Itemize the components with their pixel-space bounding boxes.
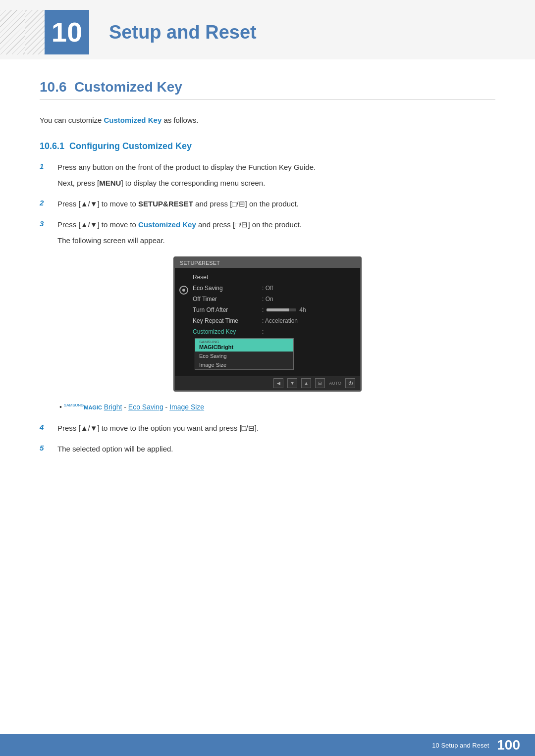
step-1-text: Press any button on the front of the pro… — [57, 163, 316, 171]
options-bullet-item: SAMSUNGMAGIC Bright - Eco Saving - Image… — [59, 402, 495, 412]
magic-bright-label: MAGICBright — [199, 344, 233, 350]
monitor-screenshot: SETUP&RESET Reset — [173, 256, 362, 392]
btn-down: ▼ — [287, 378, 297, 388]
menu-label-key-repeat: Key Repeat Time — [193, 317, 262, 324]
page-footer: 10 Setup and Reset 100 — [0, 734, 535, 756]
dropdown-item-image-size: Image Size — [195, 360, 293, 369]
step-2-num: 2 — [40, 199, 52, 207]
samsung-label: SAMSUNG — [199, 340, 289, 344]
footer-label: 10 Setup and Reset — [432, 742, 489, 749]
magic-prefix: MAGIC — [84, 404, 102, 410]
menu-label-reset: Reset — [193, 274, 262, 281]
monitor-screen: SETUP&RESET Reset — [173, 256, 362, 392]
section-title: Customized Key — [74, 79, 182, 95]
footer-page-number: 100 — [497, 737, 520, 753]
btn-auto-label: AUTO — [329, 381, 341, 386]
step-3-num: 3 — [40, 219, 52, 228]
dropdown-item-magic-bright: SAMSUNG MAGICBright — [195, 339, 293, 352]
link-bright[interactable]: Bright — [104, 403, 122, 411]
menu-value-off-timer: : On — [262, 296, 273, 302]
step-4-content: Press [▲/▼] to move to the option you wa… — [57, 422, 495, 434]
step-3-bold: Customized Key — [138, 220, 196, 229]
monitor-titlebar: SETUP&RESET — [175, 258, 360, 268]
intro-bold-term: Customized Key — [104, 116, 162, 124]
options-list: SAMSUNGMAGIC Bright - Eco Saving - Image… — [40, 402, 495, 412]
section-number: 10.6 — [40, 79, 67, 95]
step-2: 2 Press [▲/▼] to move to SETUP&RESET and… — [40, 198, 495, 210]
menu-value-key-repeat: : Acceleration — [262, 317, 298, 324]
main-content: 10.6 Customized Key You can customize Cu… — [0, 59, 535, 504]
menu-row-customized-key: Customized Key : — [193, 326, 360, 337]
step-1-num: 1 — [40, 162, 52, 170]
menu-label-turn-off: Turn Off After — [193, 306, 262, 313]
menu-row-eco-saving: Eco Saving : Off — [193, 283, 360, 294]
step-4: 4 Press [▲/▼] to move to the option you … — [40, 422, 495, 434]
dropdown-item-eco-saving: Eco Saving — [195, 352, 293, 360]
diagonal-decoration — [0, 10, 25, 54]
subsection-heading: 10.6.1 Configuring Customized Key — [40, 141, 495, 151]
subsection-title: Configuring Customized Key — [69, 141, 192, 151]
link-eco-saving[interactable]: Eco Saving — [128, 403, 163, 411]
menu-label-eco-saving: Eco Saving — [193, 285, 262, 292]
menu-items-list: Reset Eco Saving : Off Off Timer : On — [193, 272, 360, 372]
step-3: 3 Press [▲/▼] to move to Customized Key … — [40, 219, 495, 247]
step-2-bold: SETUP&RESET — [138, 200, 193, 208]
menu-value-turn-off: : 4h — [262, 306, 306, 313]
menu-value-customized-key: : — [262, 328, 264, 335]
menu-row-turn-off: Turn Off After : 4h — [193, 304, 360, 315]
step-1-sub: Next, press [MENU] to display the corres… — [57, 177, 495, 189]
menu-value-eco-saving: : Off — [262, 285, 273, 292]
menu-label-customized-key: Customized Key — [193, 328, 262, 335]
menu-row-off-timer: Off Timer : On — [193, 294, 360, 304]
step-5-num: 5 — [40, 444, 52, 452]
chapter-number-block: 10 — [45, 10, 89, 54]
progress-fill — [267, 308, 289, 311]
intro-paragraph: You can customize Customized Key as foll… — [40, 114, 495, 126]
link-image-size[interactable]: Image Size — [169, 403, 204, 411]
step-5: 5 The selected option will be applied. — [40, 443, 495, 455]
menu-label-off-timer: Off Timer — [193, 296, 262, 302]
dropdown-popup: SAMSUNG MAGICBright Eco Saving Image Siz… — [195, 338, 294, 370]
chapter-title: Setup and Reset — [109, 22, 257, 43]
monitor-title: SETUP&RESET — [180, 260, 220, 266]
menu-row-key-repeat: Key Repeat Time : Acceleration — [193, 315, 360, 326]
btn-enter: ⊟ — [315, 378, 325, 388]
btn-power: ⏻ — [345, 378, 355, 388]
intro-text: You can customize — [40, 116, 102, 124]
chapter-number: 10 — [52, 18, 82, 46]
samsung-magic-prefix: SAMSUNGMAGIC — [64, 403, 104, 411]
menu-key: MENU — [99, 179, 121, 187]
subsection-number: 10.6.1 — [40, 141, 64, 151]
settings-gear-icon — [179, 286, 188, 295]
step-5-content: The selected option will be applied. — [57, 443, 495, 455]
steps-list: 1 Press any button on the front of the p… — [40, 161, 495, 247]
step-3-sub: The following screen will appear. — [57, 235, 495, 247]
step-5-text: The selected option will be applied. — [57, 445, 173, 453]
btn-up: ▲ — [301, 378, 311, 388]
step-3-content: Press [▲/▼] to move to Customized Key an… — [57, 219, 495, 247]
step-4-num: 4 — [40, 423, 52, 431]
btn-left: ◀ — [273, 378, 283, 388]
step-1-content: Press any button on the front of the pro… — [57, 161, 495, 189]
samsung-super: SAMSUNG — [64, 403, 84, 407]
steps-list-cont: 4 Press [▲/▼] to move to the option you … — [40, 422, 495, 455]
progress-bar — [267, 308, 296, 311]
chapter-header: 10 Setup and Reset — [0, 0, 535, 59]
step-1: 1 Press any button on the front of the p… — [40, 161, 495, 189]
intro-suffix: as follows. — [161, 116, 198, 124]
menu-row-reset: Reset — [193, 272, 360, 283]
section-heading: 10.6 Customized Key — [40, 79, 495, 100]
step-2-content: Press [▲/▼] to move to SETUP&RESET and p… — [57, 198, 495, 210]
monitor-bottom-bar: ◀ ▼ ▲ ⊟ AUTO ⏻ — [175, 376, 360, 390]
